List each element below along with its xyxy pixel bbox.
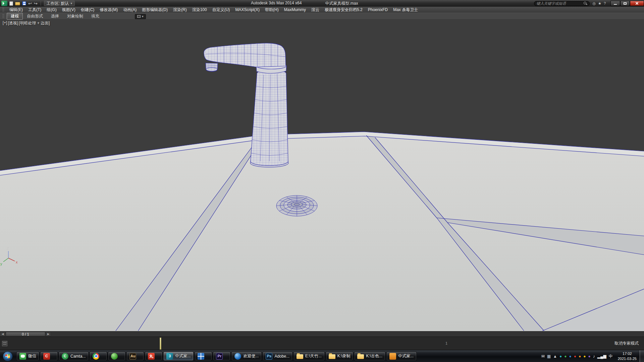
tray-network-icon[interactable]: ▂▄▆ <box>597 354 606 358</box>
audition-icon: Au <box>129 353 136 360</box>
axis-x-label: x <box>16 260 18 264</box>
cancel-expert-mode-button[interactable]: 取消专家模式 <box>614 341 639 346</box>
menu-item[interactable]: Max 杀毒卫士 <box>390 7 421 13</box>
ribbon-tab[interactable]: 填充 <box>87 13 103 20</box>
taskbar-button-label: E:\天竹... <box>305 353 322 359</box>
menu-item[interactable]: 极速瘦身安全归档5.2 <box>322 7 365 13</box>
taskbar-folder-tianzhu-button[interactable]: E:\天竹... <box>293 352 325 361</box>
camtasia-icon: C <box>62 353 68 360</box>
taskbar-red-c-button[interactable]: C <box>40 352 58 361</box>
time-marker[interactable] <box>160 338 161 350</box>
app-title: Autodesk 3ds Max 2014 x64 <box>251 1 302 6</box>
clock-time: 17:02 <box>618 351 637 356</box>
tray-mail-icon[interactable]: ✉ <box>541 354 545 358</box>
taskbar-audition-button[interactable]: Au <box>126 352 144 361</box>
tray-purple-app-icon[interactable]: ● <box>588 354 591 358</box>
taskbar-blue-grid-button[interactable] <box>195 352 212 361</box>
tray-blue-app-icon[interactable]: ● <box>569 354 572 358</box>
viewport-general-label[interactable]: [+] <box>3 20 7 26</box>
next-frame-button[interactable]: ▶ <box>46 332 51 337</box>
3dsmax-app-button[interactable] <box>1 1 7 6</box>
taskbar-premiere-button[interactable]: Pr <box>213 352 230 361</box>
drain[interactable] <box>276 195 317 216</box>
viewport-pov-label[interactable]: [透视] <box>8 20 18 26</box>
save-file-icon[interactable] <box>22 1 26 5</box>
viewport-3d-scene[interactable]: Z x y <box>0 19 644 331</box>
new-scene-icon[interactable] <box>9 1 13 6</box>
workspace-selector[interactable]: 工作区: 默认 ▾ <box>44 1 75 6</box>
taskbar-folder-luzhi-button[interactable]: K:\录制 <box>326 352 354 361</box>
taskbar-maxfile-button[interactable]: 中式家... <box>386 352 417 361</box>
tray-input-method-icon[interactable]: 中 <box>609 354 613 358</box>
tray-red-app-icon[interactable]: ● <box>574 354 576 358</box>
viewport-shading-label[interactable]: [明暗处理 + 边面] <box>19 20 50 26</box>
menu-item[interactable]: 帮助(H) <box>262 7 281 13</box>
ribbon-tab[interactable]: 对象绘制 <box>63 13 87 20</box>
taskbar-camtasia-button[interactable]: C Camta... <box>59 352 89 361</box>
menu-item[interactable]: 创建(C) <box>78 7 97 13</box>
ribbon-config-button[interactable]: ▾ <box>135 14 146 19</box>
chevron-down-icon: ▾ <box>70 2 72 5</box>
wechat-icon <box>19 353 26 360</box>
taskbar-wechat-button[interactable]: 微信 <box>16 352 39 361</box>
time-slider-handle[interactable]: 0 / 1 <box>6 332 45 336</box>
menu-item[interactable]: 工具(T) <box>25 7 44 13</box>
show-desktop-button[interactable] <box>640 350 644 362</box>
menu-item[interactable]: 修改器(M) <box>97 7 120 13</box>
3dsmax-window: ↩ ↪ 工作区: 默认 ▾ Autodesk 3ds Max 2014 x64 … <box>0 0 644 362</box>
ribbon-tab[interactable]: 选择 <box>47 13 63 20</box>
menu-item[interactable]: 组(G) <box>44 7 59 13</box>
favorites-star-icon[interactable]: ★ <box>598 1 601 6</box>
viewport[interactable]: Z x y [+][透视][明暗处理 + 边面] <box>0 19 644 331</box>
taskbar-clock[interactable]: 17:02 2021-03-25 <box>615 351 640 361</box>
tray-screen-icon[interactable]: ▦ <box>547 354 551 358</box>
previous-frame-button[interactable]: ◀ <box>0 332 5 337</box>
ribbon-tab[interactable]: 自由形式 <box>23 13 47 20</box>
taskbar-folder-guse-button[interactable]: K:\古色... <box>354 352 385 361</box>
axis-z-label: Z <box>7 246 9 250</box>
file-title: 中式家具模型.max <box>325 1 358 6</box>
tray-teal-app-icon[interactable]: ● <box>559 354 562 358</box>
tray-show-hidden-icon[interactable]: ▲ <box>553 354 557 358</box>
time-slider-track[interactable] <box>51 331 644 337</box>
tray-orange-app-icon[interactable]: ● <box>579 354 581 358</box>
blue-grid-icon <box>198 353 204 360</box>
mini-curve-editor-icon[interactable] <box>2 341 7 346</box>
minimize-button[interactable] <box>610 1 620 6</box>
menubar: 编辑(E)工具(T)组(G)视图(V)创建(C)修改器(M)动画(A)图形编辑器… <box>0 7 644 13</box>
taskbar-wan-button[interactable]: 丸 <box>145 352 162 361</box>
taskbar-chrome-button[interactable] <box>90 352 107 361</box>
maximize-button[interactable] <box>620 1 630 6</box>
menu-item[interactable]: 渲染100 <box>190 7 210 13</box>
redo-icon[interactable]: ↪ <box>34 1 38 6</box>
ribbon-tab[interactable]: 建模 <box>7 13 23 20</box>
menu-item[interactable]: MaxMummy <box>281 7 309 12</box>
taskbar-photoshop-button[interactable]: Ps Adobe... <box>263 352 292 361</box>
menu-item[interactable]: 视图(V) <box>59 7 78 13</box>
tray-green-app-icon[interactable]: ● <box>564 354 567 358</box>
chrome-icon <box>93 353 99 360</box>
taskbar-green-app-button[interactable] <box>108 352 125 361</box>
taskbar-welcome-button[interactable]: 欢迎使... <box>231 352 262 361</box>
communication-center-icon[interactable]: ◎ <box>592 1 596 6</box>
counter-surface[interactable] <box>0 132 644 331</box>
menu-item[interactable]: 动画(A) <box>120 7 139 13</box>
undo-icon[interactable]: ↩ <box>28 1 32 6</box>
menu-item[interactable]: MAXScript(X) <box>232 7 262 12</box>
tray-yellow-app-icon[interactable]: ● <box>583 354 586 358</box>
search-icon[interactable] <box>583 1 587 5</box>
menu-item[interactable]: 渲云 <box>309 7 322 13</box>
menu-item[interactable]: 图形编辑器(D) <box>139 7 170 13</box>
help-icon[interactable]: ? <box>604 1 606 5</box>
menu-item[interactable]: 自定义(U) <box>210 7 233 13</box>
menu-item[interactable]: 编辑(E) <box>7 7 25 13</box>
start-button[interactable] <box>0 350 15 362</box>
menu-item[interactable]: 渲染(R) <box>170 7 190 13</box>
close-button[interactable] <box>630 1 644 6</box>
taskbar-3dsmax-button[interactable]: 3 中式家... <box>163 352 194 361</box>
ribbon-icon <box>137 15 141 18</box>
menu-item[interactable]: PhoenixFD <box>365 7 390 12</box>
search-input[interactable] <box>536 1 583 5</box>
tray-volume-icon[interactable]: ♪ <box>593 354 595 358</box>
open-file-icon[interactable] <box>15 2 20 5</box>
